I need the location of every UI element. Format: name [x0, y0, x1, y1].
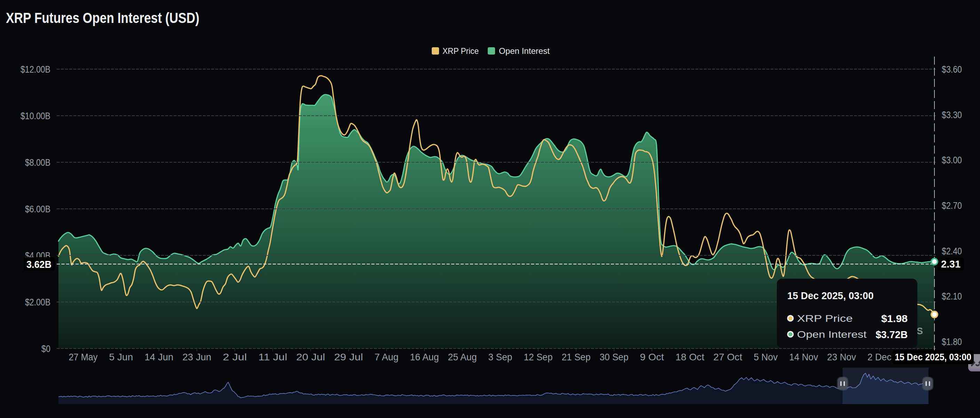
svg-text:2 Jul: 2 Jul	[223, 352, 247, 363]
svg-text:XRP Price: XRP Price	[442, 46, 479, 55]
svg-text:$10.00B: $10.00B	[21, 111, 51, 121]
svg-text:3.62B: 3.62B	[26, 259, 51, 270]
svg-text:9 Oct: 9 Oct	[640, 352, 664, 363]
svg-text:$2.00B: $2.00B	[25, 297, 51, 307]
svg-text:3 Sep: 3 Sep	[488, 352, 512, 363]
svg-text:23 Jun: 23 Jun	[183, 352, 212, 363]
svg-text:11 Jul: 11 Jul	[258, 352, 287, 363]
svg-text:15 Dec 2025, 03:00: 15 Dec 2025, 03:00	[787, 290, 873, 301]
svg-text:$3.72B: $3.72B	[876, 329, 908, 340]
svg-text:$1.80: $1.80	[942, 336, 962, 347]
svg-text:12 Sep: 12 Sep	[524, 352, 553, 363]
svg-text:$3.60: $3.60	[942, 64, 962, 75]
svg-text:$1.98: $1.98	[881, 313, 908, 324]
svg-text:$3.00: $3.00	[942, 155, 962, 165]
svg-text:$2.70: $2.70	[942, 200, 962, 211]
svg-text:14 Nov: 14 Nov	[789, 352, 818, 363]
svg-text:21 Sep: 21 Sep	[562, 352, 591, 363]
svg-text:$3.30: $3.30	[942, 109, 962, 120]
svg-text:Open Interest: Open Interest	[499, 46, 550, 55]
svg-text:5 Nov: 5 Nov	[754, 352, 778, 363]
svg-text:2.31: 2.31	[941, 258, 961, 270]
svg-text:$0: $0	[41, 343, 51, 354]
svg-text:30 Sep: 30 Sep	[600, 352, 628, 363]
svg-text:XRP Futures Open Interest (USD: XRP Futures Open Interest (USD)	[6, 10, 199, 26]
svg-text:25 Aug: 25 Aug	[448, 352, 477, 363]
svg-text:27 Oct: 27 Oct	[714, 352, 742, 363]
svg-text:7 Aug: 7 Aug	[375, 352, 399, 363]
svg-text:27 May: 27 May	[69, 352, 98, 363]
svg-text:$6.00B: $6.00B	[25, 204, 51, 214]
svg-text:20 Jul: 20 Jul	[296, 352, 325, 363]
svg-text:2 Dec: 2 Dec	[868, 352, 892, 363]
svg-text:18 Oct: 18 Oct	[676, 352, 705, 363]
svg-text:$8.00B: $8.00B	[25, 157, 51, 168]
svg-text:$2.40: $2.40	[942, 245, 962, 256]
svg-text:Open Interest: Open Interest	[797, 329, 867, 340]
svg-text:5 Jun: 5 Jun	[109, 352, 133, 363]
svg-text:S: S	[917, 326, 923, 336]
svg-text:29 Jul: 29 Jul	[334, 352, 363, 363]
svg-text:23 Nov: 23 Nov	[827, 352, 856, 363]
svg-text:$2.10: $2.10	[942, 291, 962, 302]
svg-text:$12.00B: $12.00B	[21, 64, 51, 75]
svg-text:15 Dec 2025, 03:00: 15 Dec 2025, 03:00	[895, 352, 971, 363]
svg-text:XRP Price: XRP Price	[797, 313, 853, 324]
svg-text:14 Jun: 14 Jun	[145, 352, 173, 363]
svg-text:16 Aug: 16 Aug	[410, 352, 439, 363]
